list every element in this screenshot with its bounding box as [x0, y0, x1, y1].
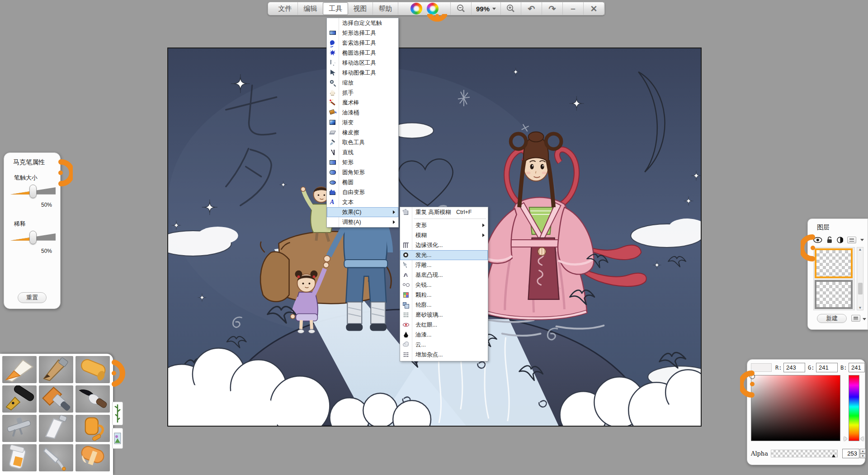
- effects-item-bas-relief[interactable]: 基底凸现...: [400, 270, 488, 280]
- alpha-slider[interactable]: [771, 450, 838, 457]
- blue-field[interactable]: 241: [849, 363, 865, 372]
- menu-help[interactable]: 帮助: [373, 2, 398, 15]
- tools-menu-item-rounded-rect[interactable]: 圆角矩形: [327, 167, 398, 177]
- chevron-down-icon[interactable]: [863, 318, 866, 320]
- slider-thumb[interactable]: [29, 231, 37, 244]
- layer-item[interactable]: [815, 280, 853, 309]
- alpha-value-field[interactable]: 253: [842, 449, 859, 458]
- tool-felt-pen[interactable]: [2, 356, 37, 383]
- color-panel-peg-handle[interactable]: [740, 370, 755, 399]
- marker-panel-peg-handle[interactable]: [57, 158, 73, 187]
- layer-item-selected[interactable]: [815, 248, 853, 278]
- menu-edit[interactable]: 编辑: [298, 2, 323, 15]
- stroke-size-slider[interactable]: [10, 185, 56, 198]
- red-field[interactable]: 243: [783, 363, 805, 372]
- tools-menu-item-ellipse-select[interactable]: 椭圆选择工具: [327, 48, 398, 58]
- thinner-slider[interactable]: [10, 231, 56, 244]
- tool-paint-brush[interactable]: [39, 385, 73, 413]
- spinner-down-button[interactable]: ▼: [860, 454, 866, 459]
- zoom-in-button[interactable]: [500, 2, 521, 15]
- layer-list-scrollbar[interactable]: ▲ ▼: [857, 247, 863, 310]
- scrollbar-thumb[interactable]: [858, 283, 863, 294]
- green-field[interactable]: 241: [816, 363, 838, 372]
- tool-watercolor-brush[interactable]: [39, 444, 73, 471]
- effects-item-clouds[interactable]: 云...: [400, 340, 488, 350]
- effects-item-edge-enhance[interactable]: 边缘强化...: [400, 240, 488, 250]
- tools-menu-item-paint-bucket[interactable]: 油漆桶: [327, 108, 398, 118]
- tools-menu-item-gradient[interactable]: 渐变: [327, 118, 398, 128]
- tools-menu-item-eyedropper[interactable]: 取色工具: [327, 138, 398, 147]
- effects-item-sharpen[interactable]: 尖锐...: [400, 280, 488, 290]
- stencil-bamboo-button[interactable]: [112, 402, 123, 425]
- effects-item-transform[interactable]: 变形: [400, 220, 488, 230]
- saturation-value-square[interactable]: [751, 375, 840, 441]
- tool-paint-tube[interactable]: [2, 444, 37, 471]
- menu-tools[interactable]: 工具: [323, 2, 348, 15]
- hue-marker-right-icon[interactable]: [860, 437, 863, 441]
- tools-menu-item-adjust[interactable]: 调整(A): [327, 217, 398, 227]
- layers-menu-button[interactable]: [851, 315, 860, 322]
- layers-panel-peg-handle[interactable]: [801, 233, 816, 262]
- tool-pencil[interactable]: [39, 356, 73, 383]
- effects-item-blur[interactable]: 模糊: [400, 230, 488, 240]
- tools-menu-item-text[interactable]: A文本: [327, 197, 398, 207]
- tools-menu-item-ellipse[interactable]: 椭圆: [327, 177, 398, 187]
- layer-lock-icon[interactable]: [826, 236, 833, 243]
- chevron-down-icon[interactable]: [860, 239, 864, 241]
- zoom-level-dropdown[interactable]: 99%: [472, 2, 500, 15]
- tools-menu-item-magic-wand[interactable]: 魔术棒: [327, 98, 398, 108]
- undo-button[interactable]: ↶: [521, 2, 542, 15]
- new-layer-button[interactable]: 新建: [817, 314, 847, 323]
- tools-menu-item-custom-stroke[interactable]: 选择自定义笔触: [327, 18, 398, 28]
- menu-file[interactable]: 文件: [273, 2, 298, 15]
- palette-peg-handle[interactable]: [110, 358, 127, 388]
- effects-item-repeat-blur[interactable]: 重复 高斯模糊Ctrl+F: [400, 207, 488, 217]
- tools-menu-item-eraser[interactable]: 橡皮擦: [327, 128, 398, 138]
- layer-options-menu-button[interactable]: [847, 237, 856, 243]
- tools-menu-item-free-transform[interactable]: 自由变形: [327, 187, 398, 197]
- tools-menu-item-move-selection[interactable]: 移动选区工具: [327, 58, 398, 68]
- tool-ink-brush[interactable]: [75, 385, 110, 413]
- scroll-up-icon[interactable]: ▲: [859, 247, 862, 252]
- redo-button[interactable]: ↷: [542, 2, 563, 15]
- scroll-down-icon[interactable]: ▼: [859, 306, 862, 310]
- sticker-picture-button[interactable]: [112, 428, 123, 449]
- tools-menu-item-lasso[interactable]: 套索选择工具: [327, 38, 398, 48]
- tools-menu-item-effects[interactable]: 效果(C): [327, 207, 398, 217]
- layer-blend-icon[interactable]: [837, 237, 844, 243]
- hue-bar[interactable]: [849, 375, 859, 441]
- alpha-marker-icon[interactable]: [832, 454, 835, 457]
- effects-item-emboss[interactable]: 浮雕...: [400, 260, 488, 270]
- color-wheel-icon[interactable]: [427, 3, 439, 14]
- color-samples-icon[interactable]: [410, 3, 422, 14]
- tool-palette-knife[interactable]: [39, 415, 73, 442]
- tool-paint-roller[interactable]: [75, 415, 110, 442]
- hue-marker-left-icon[interactable]: [844, 437, 847, 441]
- slider-thumb[interactable]: [29, 185, 37, 198]
- toolbar-peg-handle[interactable]: [427, 14, 447, 25]
- tools-menu-item-rectangle[interactable]: 矩形: [327, 157, 398, 167]
- effects-item-grain[interactable]: 颗粒...: [400, 290, 488, 300]
- tool-airbrush[interactable]: [2, 415, 37, 442]
- tool-marker[interactable]: [75, 444, 110, 471]
- reset-button[interactable]: 重置: [18, 292, 47, 303]
- tools-menu-item-move-image[interactable]: 移动图像工具: [327, 68, 398, 78]
- menu-view[interactable]: 视图: [348, 2, 373, 15]
- effects-item-frosted-glass[interactable]: 磨砂玻璃...: [400, 310, 488, 320]
- tool-ink-pen[interactable]: [2, 385, 37, 413]
- spinner-up-button[interactable]: ▲: [860, 449, 866, 454]
- effects-item-red-eye[interactable]: 去红眼...: [400, 320, 488, 330]
- effects-item-outline[interactable]: 轮廓...: [400, 300, 488, 310]
- close-button[interactable]: ✕: [584, 2, 604, 15]
- minimize-button[interactable]: –: [563, 2, 584, 15]
- tools-menu-item-line[interactable]: 直线: [327, 147, 398, 157]
- tool-pastel[interactable]: [75, 356, 110, 383]
- effects-item-add-noise[interactable]: 增加杂点...: [400, 350, 488, 360]
- effects-item-paint[interactable]: 油漆...: [400, 330, 488, 340]
- zoom-out-button[interactable]: [451, 2, 472, 15]
- tools-menu-item-rect-select[interactable]: 矩形选择工具: [327, 28, 398, 38]
- effects-item-glow[interactable]: 发光...: [400, 250, 488, 260]
- tools-menu-item-zoom[interactable]: 缩放: [327, 78, 398, 88]
- ink-brush-icon: [75, 385, 110, 412]
- tools-menu-item-pan[interactable]: 抓手: [327, 88, 398, 98]
